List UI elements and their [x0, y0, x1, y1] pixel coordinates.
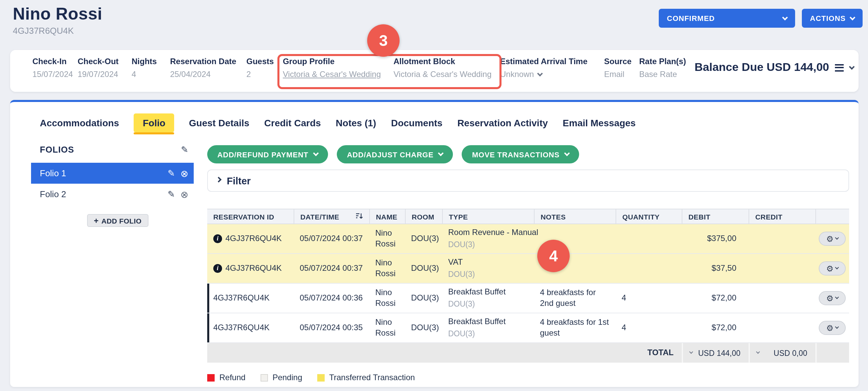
field-label: Guests	[246, 57, 274, 66]
folio-row-icons: ✎ ⊗	[168, 189, 188, 199]
transactions-table: RESERVATION ID DATE/TIME NAME ROOM TYPE …	[207, 209, 849, 363]
row-actions-button[interactable]: ⚙	[819, 232, 846, 246]
total-credit: USD 0,00	[749, 343, 815, 363]
cell-quantity	[616, 235, 682, 242]
chevron-right-icon	[216, 177, 222, 183]
total-credit-value: USD 0,00	[774, 349, 807, 357]
tab-notes[interactable]: Notes (1)	[336, 113, 376, 132]
edit-folios-icon[interactable]: ✎	[181, 145, 188, 154]
chevron-down-icon	[438, 151, 444, 156]
tab-accommodations[interactable]: Accommodations	[40, 113, 119, 132]
summary-allotment-block: Allotment Block Victoria & Cesar's Weddi…	[394, 57, 492, 79]
tab-email-messages[interactable]: Email Messages	[563, 113, 635, 132]
field-label: Reservation Date	[170, 57, 236, 66]
delete-folio-icon[interactable]: ⊗	[181, 168, 188, 178]
field-label: Group Profile	[283, 57, 381, 66]
cell-quantity	[616, 265, 682, 272]
page-header: Nino Rossi 4GJ37R6QU4K CONFIRMED ACTIONS	[0, 0, 868, 36]
filter-panel-toggle[interactable]: Filter	[207, 170, 849, 192]
chevron-down-icon	[835, 236, 839, 239]
chevron-down-icon[interactable]	[756, 350, 760, 354]
chevron-down-icon[interactable]	[689, 350, 693, 354]
col-actions	[815, 209, 849, 224]
folio-item-1[interactable]: Folio 1 ✎ ⊗	[31, 163, 194, 184]
total-actions-spacer	[815, 343, 849, 363]
row-actions-button[interactable]: ⚙	[819, 321, 846, 335]
page-title: Nino Rossi	[13, 4, 102, 24]
field-value: Email	[604, 70, 631, 79]
chevron-down-icon	[835, 325, 839, 329]
menu-icon[interactable]	[835, 64, 844, 71]
tab-folio[interactable]: Folio	[134, 113, 174, 132]
cell-name: Nino Rossi	[369, 314, 405, 342]
row-actions-button[interactable]: ⚙	[819, 291, 846, 305]
summary-group-profile: Group Profile Victoria & Cesar's Wedding	[283, 57, 381, 79]
field-label: Source	[604, 57, 631, 66]
balance-due: Balance Due USD 144,00	[695, 61, 854, 74]
chevron-down-icon	[850, 15, 856, 20]
edit-folio-icon[interactable]: ✎	[168, 169, 175, 178]
cell-type: VAT DOU(3)	[442, 254, 534, 283]
field-label: Nights	[132, 57, 157, 66]
field-value: Victoria & Cesar's Wedding	[394, 70, 492, 79]
tab-reservation-activity[interactable]: Reservation Activity	[457, 113, 548, 132]
button-label: MOVE TRANSACTIONS	[472, 150, 560, 158]
chevron-down-icon	[537, 71, 543, 76]
filter-label: Filter	[227, 175, 251, 186]
field-value: 25/04/2024	[170, 70, 236, 79]
type-sub: DOU(3)	[448, 269, 530, 280]
arrival-time-dropdown[interactable]: Unknown	[500, 70, 588, 79]
delete-folio-icon[interactable]: ⊗	[181, 189, 188, 199]
cell-debit: $375,00	[682, 230, 749, 247]
cell-type: Breakfast Buffet DOU(3)	[442, 313, 534, 342]
cell-quantity: 4	[616, 289, 682, 307]
actions-dropdown-button[interactable]: ACTIONS	[802, 9, 863, 28]
summary-nights: Nights 4	[132, 57, 157, 79]
add-refund-payment-button[interactable]: ADD/REFUND PAYMENT	[207, 145, 328, 163]
summary-estimated-arrival: Estimated Arrival Time Unknown	[500, 57, 588, 79]
add-folio-label: ADD FOLIO	[101, 216, 141, 225]
cell-actions: ⚙	[815, 288, 849, 309]
edit-folio-icon[interactable]: ✎	[168, 190, 175, 199]
add-adjust-charge-button[interactable]: ADD/ADJUST CHARGE	[337, 145, 453, 163]
actions-label: ACTIONS	[810, 14, 846, 22]
arrival-time-value: Unknown	[500, 70, 534, 79]
sort-icon[interactable]	[356, 213, 363, 220]
field-value: 4	[132, 70, 157, 79]
info-icon[interactable]: i	[213, 264, 222, 273]
button-label: ADD/ADJUST CHARGE	[347, 150, 434, 158]
status-dropdown-button[interactable]: CONFIRMED	[659, 9, 795, 28]
total-debit: USD 144,00	[682, 343, 749, 363]
legend-label: Refund	[219, 373, 245, 382]
add-folio-button[interactable]: + ADD FOLIO	[87, 214, 148, 227]
cell-datetime: 05/07/2024 00:36	[294, 289, 369, 307]
transaction-toolbar: ADD/REFUND PAYMENT ADD/ADJUST CHARGE MOV…	[207, 145, 849, 163]
chevron-down-icon	[782, 15, 788, 20]
folios-heading: FOLIOS	[40, 144, 74, 154]
cell-datetime: 05/07/2024 00:37	[294, 230, 369, 247]
cell-actions: ⚙	[815, 258, 849, 279]
move-transactions-button[interactable]: MOVE TRANSACTIONS	[462, 145, 579, 163]
total-spacer	[207, 349, 616, 356]
col-debit: DEBIT	[682, 209, 749, 224]
chevron-down-icon	[835, 295, 839, 299]
cell-notes: 4 breakfasts for 2nd guest	[534, 284, 616, 312]
col-type: TYPE	[442, 209, 534, 224]
folio-row-icons: ✎ ⊗	[168, 168, 188, 178]
reservation-page: Nino Rossi 4GJ37R6QU4K CONFIRMED ACTIONS…	[0, 0, 868, 391]
status-label: CONFIRMED	[667, 14, 715, 22]
row-actions-button[interactable]: ⚙	[819, 261, 846, 276]
reservation-id: 4GJ37R6QU4K	[213, 293, 270, 303]
cell-room: DOU(3)	[405, 289, 442, 307]
folio-name: Folio 1	[40, 168, 66, 178]
reservation-id: 4GJ37R6QU4K	[213, 322, 270, 333]
info-icon[interactable]: i	[213, 234, 222, 243]
folio-item-2[interactable]: Folio 2 ✎ ⊗	[31, 184, 194, 205]
group-profile-link[interactable]: Victoria & Cesar's Wedding	[283, 70, 381, 79]
tab-credit-cards[interactable]: Credit Cards	[264, 113, 321, 132]
legend-label: Transferred Transaction	[329, 373, 415, 382]
chevron-down-icon[interactable]	[849, 64, 855, 70]
tab-guest-details[interactable]: Guest Details	[189, 113, 249, 132]
tab-documents[interactable]: Documents	[391, 113, 442, 132]
summary-rate-plans: Rate Plan(s) Base Rate	[639, 57, 686, 79]
